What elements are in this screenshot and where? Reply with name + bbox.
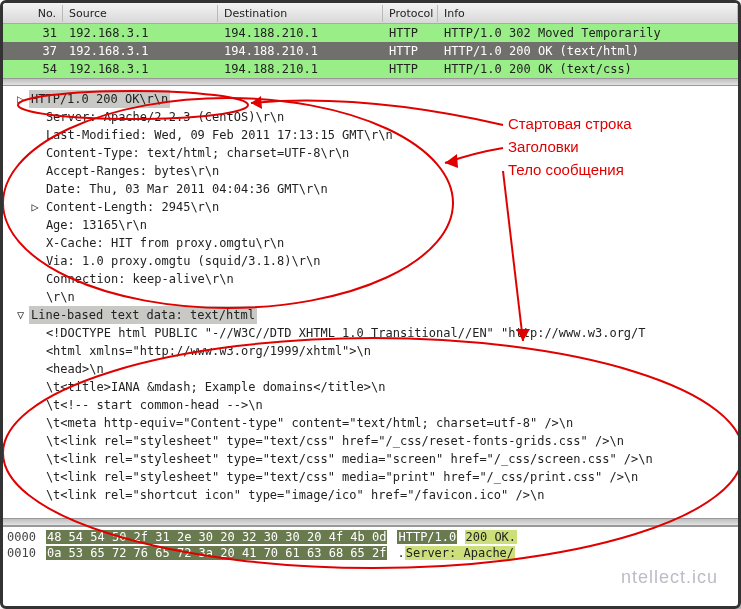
detail-row[interactable]: \t<!-- start common-head -->\n: [17, 396, 738, 414]
col-info[interactable]: Info: [438, 5, 738, 22]
detail-row[interactable]: \t<title>IANA &mdash; Example domains</t…: [17, 378, 738, 396]
pane-splitter-bottom[interactable]: [3, 518, 738, 526]
detail-row[interactable]: Date: Thu, 03 Mar 2011 04:04:36 GMT\r\n: [17, 180, 738, 198]
pane-splitter-top[interactable]: [3, 78, 738, 86]
detail-row[interactable]: ▷ HTTP/1.0 200 OK\r\n: [17, 90, 738, 108]
detail-row[interactable]: <head>\n: [17, 360, 738, 378]
col-destination[interactable]: Destination: [218, 5, 383, 22]
detail-row[interactable]: \t<link rel="stylesheet" type="text/css"…: [17, 432, 738, 450]
detail-row[interactable]: <!DOCTYPE html PUBLIC "-//W3C//DTD XHTML…: [17, 324, 738, 342]
detail-row[interactable]: Age: 13165\r\n: [17, 216, 738, 234]
packet-list[interactable]: No. Source Destination Protocol Info 311…: [3, 3, 738, 78]
detail-row[interactable]: \t<link rel="shortcut icon" type="image/…: [17, 486, 738, 504]
detail-row[interactable]: Content-Type: text/html; charset=UTF-8\r…: [17, 144, 738, 162]
detail-row[interactable]: ▽ Line-based text data: text/html: [17, 306, 738, 324]
packet-row[interactable]: 37192.168.3.1194.188.210.1HTTPHTTP/1.0 2…: [3, 42, 738, 60]
detail-row[interactable]: \r\n: [17, 288, 738, 306]
detail-row[interactable]: Server: Apache/2.2.3 (CentOS)\r\n: [17, 108, 738, 126]
detail-row[interactable]: \t<meta http-equiv="Content-type" conten…: [17, 414, 738, 432]
col-source[interactable]: Source: [63, 5, 218, 22]
packet-detail[interactable]: ▷ HTTP/1.0 200 OK\r\n Server: Apache/2.2…: [3, 86, 738, 518]
detail-row[interactable]: Last-Modified: Wed, 09 Feb 2011 17:13:15…: [17, 126, 738, 144]
detail-row[interactable]: \t<link rel="stylesheet" type="text/css"…: [17, 450, 738, 468]
packet-list-header: No. Source Destination Protocol Info: [3, 3, 738, 24]
hex-dump[interactable]: 00000010 48 54 54 50 2f 31 2e 30 20 32 3…: [3, 526, 738, 563]
packet-row[interactable]: 54192.168.3.1194.188.210.1HTTPHTTP/1.0 2…: [3, 60, 738, 78]
col-protocol[interactable]: Protocol: [383, 5, 438, 22]
detail-row[interactable]: \t<link rel="stylesheet" type="text/css"…: [17, 468, 738, 486]
detail-row[interactable]: Connection: keep-alive\r\n: [17, 270, 738, 288]
detail-row[interactable]: ▷ Content-Length: 2945\r\n: [17, 198, 738, 216]
detail-row[interactable]: <html xmlns="http://www.w3.org/1999/xhtm…: [17, 342, 738, 360]
detail-row[interactable]: Accept-Ranges: bytes\r\n: [17, 162, 738, 180]
detail-row[interactable]: Via: 1.0 proxy.omgtu (squid/3.1.8)\r\n: [17, 252, 738, 270]
detail-row[interactable]: X-Cache: HIT from proxy.omgtu\r\n: [17, 234, 738, 252]
packet-row[interactable]: 31192.168.3.1194.188.210.1HTTPHTTP/1.0 3…: [3, 24, 738, 42]
col-no[interactable]: No.: [3, 5, 63, 22]
